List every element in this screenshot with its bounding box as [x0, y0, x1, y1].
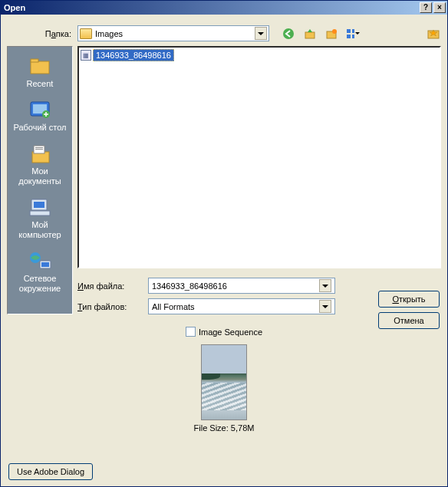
folder-value: Images: [95, 29, 255, 38]
folder-select[interactable]: Images: [77, 25, 269, 41]
places-bar: Recent Рабочий стол Мои документы: [7, 46, 73, 314]
folder-label: Папка:: [7, 29, 77, 38]
filetype-label: Тип файлов:: [77, 302, 148, 311]
up-icon[interactable]: [303, 27, 317, 41]
svg-rect-4: [347, 29, 351, 33]
file-name: 1346933_86498616: [93, 49, 174, 61]
preview-thumbnail: [201, 344, 247, 420]
use-adobe-dialog-button[interactable]: Use Adobe Dialog: [8, 463, 93, 480]
folder-icon: [80, 28, 92, 39]
file-item[interactable]: ▦ 1346933_86498616: [81, 49, 174, 61]
place-desktop[interactable]: Рабочий стол: [9, 95, 71, 137]
place-mydocs[interactable]: Мои документы: [9, 139, 71, 191]
file-icon: ▦: [81, 50, 91, 61]
favorites-icon[interactable]: [426, 27, 441, 41]
svg-rect-9: [31, 61, 49, 74]
svg-rect-1: [305, 32, 315, 38]
place-mycomputer[interactable]: Мой компьютер: [9, 192, 71, 245]
svg-rect-20: [30, 211, 50, 216]
window-title: Open: [4, 3, 418, 12]
svg-rect-23: [41, 262, 49, 267]
close-button[interactable]: ×: [433, 2, 446, 13]
filetype-dropdown-button[interactable]: [319, 300, 331, 313]
filename-dropdown-button[interactable]: [319, 279, 331, 292]
file-size-label: File Size: 5,78M: [194, 423, 255, 433]
open-button[interactable]: Открыть: [378, 291, 440, 308]
file-list[interactable]: ▦ 1346933_86498616: [77, 46, 441, 268]
view-menu-icon[interactable]: [346, 27, 360, 41]
svg-rect-19: [34, 202, 44, 208]
help-button[interactable]: ?: [420, 2, 432, 13]
filename-input[interactable]: 1346933_86498616: [148, 278, 335, 294]
svg-point-3: [332, 29, 337, 34]
svg-rect-7: [352, 35, 354, 38]
documents-icon: [27, 142, 53, 165]
new-folder-icon[interactable]: [324, 27, 338, 41]
svg-rect-6: [347, 35, 351, 38]
image-sequence-checkbox[interactable]: [186, 327, 196, 337]
folder-dropdown-button[interactable]: [255, 27, 267, 40]
network-icon: [27, 249, 53, 272]
svg-rect-5: [352, 29, 354, 33]
recent-icon: [27, 54, 53, 77]
svg-rect-10: [31, 59, 38, 62]
desktop-icon: [27, 98, 53, 121]
place-network[interactable]: Сетевое окружение: [9, 246, 71, 298]
place-recent[interactable]: Recent: [9, 51, 71, 94]
svg-rect-16: [35, 147, 43, 148]
filename-label: Имя файла:: [77, 281, 148, 291]
svg-point-0: [283, 28, 294, 39]
back-icon[interactable]: [282, 27, 295, 41]
cancel-button[interactable]: Отмена: [378, 312, 440, 329]
svg-rect-17: [35, 149, 43, 150]
filetype-select[interactable]: All Formats: [148, 298, 335, 314]
image-sequence-label: Image Sequence: [199, 327, 262, 337]
computer-icon: [27, 196, 53, 219]
